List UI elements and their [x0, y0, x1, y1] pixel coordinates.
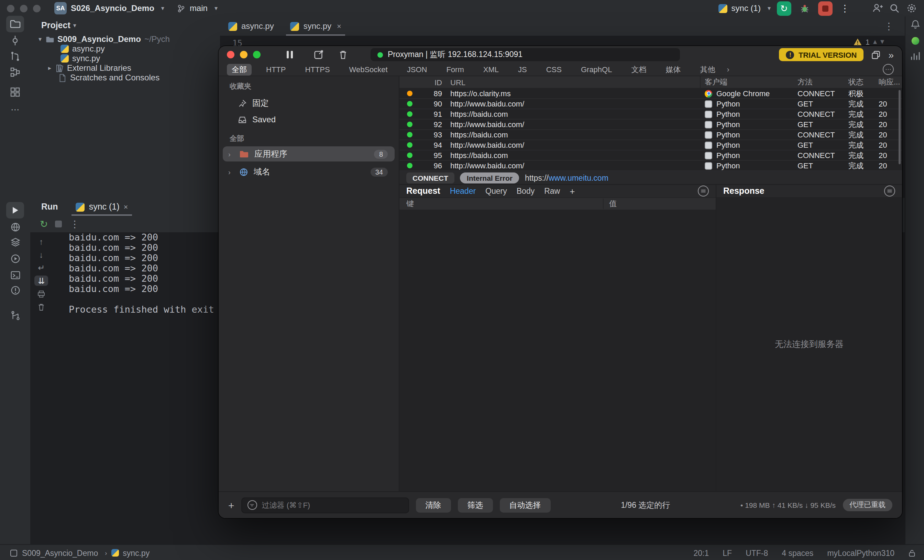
lock-icon[interactable]: [908, 549, 916, 557]
key-column[interactable]: 键: [399, 199, 603, 209]
table-row[interactable]: 89 https://o.clarity.ms Google Chrome CO…: [399, 88, 902, 99]
trial-version-badge[interactable]: ! TRIAL VERSION: [779, 48, 864, 61]
stop-icon[interactable]: [55, 220, 62, 228]
more-options-button[interactable]: ⋮: [839, 3, 851, 14]
column-status[interactable]: 状态: [848, 77, 879, 87]
project-selector[interactable]: S026_Asyncio_Demo ▾: [71, 3, 164, 13]
rerun-icon[interactable]: ↻: [40, 219, 48, 229]
table-scrollbar[interactable]: [898, 90, 901, 164]
proxy-status-badge[interactable]: 代理已重载: [843, 499, 892, 511]
debug-button[interactable]: [798, 1, 812, 15]
clear-console-icon[interactable]: [34, 302, 48, 312]
tree-item-external-libraries[interactable]: ▸ External Libraries: [30, 63, 220, 73]
compose-request-button[interactable]: [311, 48, 325, 61]
more-tool-windows-icon[interactable]: ⋯: [6, 101, 24, 117]
tree-item-file[interactable]: async.py: [30, 44, 220, 54]
filter-tab[interactable]: JS: [513, 64, 532, 74]
run-tab-sync[interactable]: sync (1) ×: [72, 198, 132, 216]
filter-tab[interactable]: 其他: [695, 64, 720, 75]
profiler-chart-icon[interactable]: [908, 47, 922, 64]
filter-tab[interactable]: HTTP: [261, 64, 291, 74]
status-file[interactable]: sync.py: [123, 549, 150, 557]
window-minimize-button[interactable]: [20, 4, 27, 12]
filter-tab[interactable]: WebSocket: [344, 64, 393, 74]
next-problem-icon[interactable]: ▾: [880, 37, 884, 46]
window-close-button[interactable]: [7, 4, 14, 12]
column-id[interactable]: ID: [420, 78, 442, 86]
column-method[interactable]: 方法: [798, 77, 848, 87]
scroll-to-end-icon[interactable]: ⇊: [34, 276, 48, 286]
plugins-tool-icon[interactable]: [6, 84, 24, 100]
caret-position[interactable]: 20:1: [694, 549, 709, 557]
print-icon[interactable]: [34, 289, 48, 299]
clear-session-button[interactable]: [336, 48, 350, 61]
sidebar-item-saved[interactable]: Saved: [223, 112, 394, 127]
column-url[interactable]: URL: [442, 78, 700, 86]
run-tool-icon[interactable]: [6, 202, 24, 219]
add-tab-icon[interactable]: +: [570, 186, 575, 196]
filter-tab[interactable]: HTTPS: [300, 64, 334, 74]
pause-capture-button[interactable]: [283, 48, 296, 61]
zoom-button[interactable]: [253, 51, 261, 58]
close-button[interactable]: [227, 51, 234, 58]
tree-item-file[interactable]: sync.py: [30, 54, 220, 63]
status-project[interactable]: S009_Asyncio_Demo: [22, 549, 98, 557]
table-row[interactable]: 92 http://www.baidu.com/ Python GET 完成 2…: [399, 120, 902, 130]
packages-tool-icon[interactable]: [6, 234, 24, 250]
selected-url[interactable]: https://www.umeitu.com: [525, 174, 608, 182]
services-tool-icon[interactable]: [6, 250, 24, 267]
table-row[interactable]: 94 http://www.baidu.com/ Python GET 完成 2…: [399, 140, 902, 150]
value-column[interactable]: 值: [603, 199, 716, 209]
run-options-icon[interactable]: ⋮: [68, 219, 81, 229]
filter-tab[interactable]: Form: [441, 64, 468, 74]
table-row[interactable]: 93 https://baidu.com Python CONNECT 完成 2…: [399, 130, 902, 140]
response-view-options-icon[interactable]: [884, 186, 895, 196]
request-tab[interactable]: Body: [517, 187, 534, 195]
proxy-address-bar[interactable]: Proxyman | 监听 192.168.124.15:9091: [370, 48, 680, 61]
window-zoom-button[interactable]: [33, 4, 40, 12]
branch-selector[interactable]: main ▾: [177, 3, 218, 13]
indent-setting[interactable]: 4 spaces: [782, 549, 813, 557]
filter-tab[interactable]: 媒体: [661, 64, 686, 75]
ai-assistant-icon[interactable]: [908, 32, 922, 49]
table-row[interactable]: 95 https://baidu.com Python CONNECT 完成 2…: [399, 150, 902, 161]
sidebar-item-domains[interactable]: › 域名 34: [223, 164, 394, 179]
up-stack-trace-icon[interactable]: ↑: [34, 237, 48, 247]
filter-tab[interactable]: GraphQL: [576, 64, 617, 74]
column-client[interactable]: 客户端: [700, 76, 798, 88]
filter-tab[interactable]: 文档: [626, 64, 651, 75]
clear-button[interactable]: 清除: [416, 498, 451, 512]
request-tab[interactable]: Raw: [544, 187, 560, 195]
add-filter-button[interactable]: +: [228, 499, 234, 511]
run-config-selector[interactable]: sync (1) ▾: [718, 3, 771, 13]
settings-gear-icon[interactable]: [906, 3, 917, 14]
soft-wrap-icon[interactable]: ↵: [34, 262, 48, 273]
overflow-chevron-icon[interactable]: »: [888, 49, 894, 60]
tab-options-button[interactable]: ⋮: [883, 21, 895, 31]
project-panel-header[interactable]: Project ▾: [30, 16, 220, 34]
filter-input[interactable]: 过滤器 (⌘⇧F): [242, 497, 409, 513]
project-tool-icon[interactable]: [6, 16, 24, 32]
auto-select-button[interactable]: 自动选择: [500, 498, 550, 512]
editor-tab-sync[interactable]: sync.py ×: [282, 16, 350, 36]
filter-tab[interactable]: 全部: [227, 64, 252, 75]
filter-tab[interactable]: XML: [478, 64, 504, 74]
request-tab[interactable]: Header: [450, 187, 476, 195]
stop-button[interactable]: [818, 1, 832, 15]
table-row[interactable]: 96 http://www.baidu.com/ Python GET 完成 2…: [399, 161, 902, 171]
python-console-tool-icon[interactable]: [6, 219, 24, 235]
down-stack-trace-icon[interactable]: ↓: [34, 249, 48, 260]
structure-tool-icon[interactable]: [6, 64, 24, 80]
filter-button[interactable]: 筛选: [458, 498, 493, 512]
multiple-tabs-icon[interactable]: [869, 48, 883, 61]
tree-item-project-root[interactable]: ▾ S009_Asyncio_Demo ~/Pych: [30, 34, 220, 44]
request-view-options-icon[interactable]: [698, 186, 709, 196]
version-control-tool-icon[interactable]: [6, 307, 24, 323]
editor-tab-async[interactable]: async.py: [220, 16, 282, 36]
filter-tab[interactable]: CSS: [542, 64, 567, 74]
table-row[interactable]: 90 http://www.baidu.com/ Python GET 完成 2…: [399, 99, 902, 109]
sidebar-item-applications[interactable]: › 应用程序 8: [223, 146, 394, 162]
pull-requests-tool-icon[interactable]: [6, 48, 24, 64]
request-body-area[interactable]: [399, 210, 716, 491]
close-tab-icon[interactable]: ×: [124, 203, 128, 211]
